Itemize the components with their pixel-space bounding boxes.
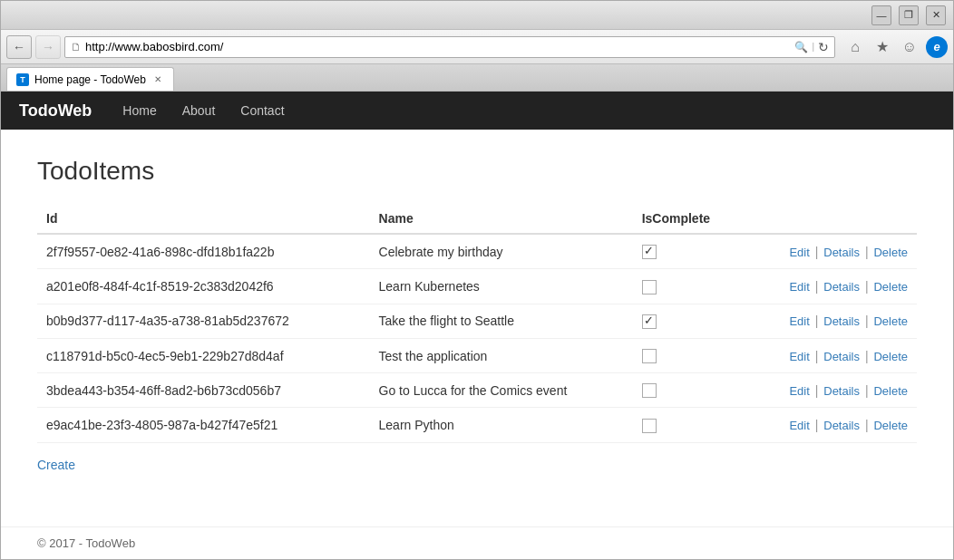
create-link[interactable]: Create bbox=[37, 458, 75, 472]
refresh-icon[interactable]: ↻ bbox=[818, 40, 829, 54]
app-content: TodoWeb Home About Contact TodoItems Id … bbox=[1, 92, 953, 559]
delete-link[interactable]: Delete bbox=[873, 350, 908, 363]
details-link[interactable]: Details bbox=[823, 280, 860, 294]
col-name: Name bbox=[370, 204, 633, 234]
table-row: c118791d-b5c0-4ec5-9eb1-229b27d8d4afTest… bbox=[37, 338, 917, 372]
table-row: 2f7f9557-0e82-41a6-898c-dfd18b1fa22bCele… bbox=[37, 234, 917, 269]
cell-iscomplete bbox=[633, 269, 744, 304]
cell-name: Learn Python bbox=[370, 408, 633, 442]
separator: | bbox=[862, 418, 871, 432]
table-row: a201e0f8-484f-4c1f-8519-2c383d2042f6Lear… bbox=[37, 269, 917, 304]
cell-iscomplete bbox=[633, 408, 744, 442]
details-link[interactable]: Details bbox=[823, 314, 860, 328]
tab-title: Home page - TodoWeb bbox=[34, 73, 146, 86]
cell-id: a201e0f8-484f-4c1f-8519-2c383d2042f6 bbox=[37, 269, 370, 304]
col-id: Id bbox=[37, 204, 370, 234]
table-row: b0b9d377-d117-4a35-a738-81ab5d237672Take… bbox=[37, 304, 917, 338]
cell-actions: Edit | Details | Delete bbox=[743, 373, 917, 408]
checkbox bbox=[642, 419, 657, 433]
search-icon[interactable]: 🔍 bbox=[794, 41, 808, 53]
main-content: TodoItems Id Name IsComplete 2f7f9557-0e… bbox=[1, 130, 953, 526]
checkbox bbox=[642, 314, 657, 329]
separator: | bbox=[812, 279, 822, 294]
close-button[interactable]: ✕ bbox=[926, 5, 946, 25]
details-link[interactable]: Details bbox=[823, 246, 860, 259]
minimize-button[interactable]: — bbox=[871, 5, 891, 25]
cell-iscomplete bbox=[633, 338, 744, 372]
separator: | bbox=[862, 279, 871, 294]
details-link[interactable]: Details bbox=[823, 384, 860, 398]
active-tab[interactable]: T Home page - TodoWeb ✕ bbox=[6, 67, 174, 91]
ie-logo: e bbox=[926, 36, 948, 58]
separator: | bbox=[812, 383, 822, 398]
delete-link[interactable]: Delete bbox=[873, 246, 908, 259]
delete-link[interactable]: Delete bbox=[873, 419, 908, 432]
cell-name: Go to Lucca for the Comics event bbox=[370, 373, 633, 408]
details-link[interactable]: Details bbox=[823, 419, 860, 432]
table-row: e9ac41be-23f3-4805-987a-b427f47e5f21Lear… bbox=[37, 408, 917, 442]
page-icon: 🗋 bbox=[71, 41, 82, 53]
restore-button[interactable]: ❐ bbox=[899, 5, 919, 25]
browser-window: — ❐ ✕ ← → 🗋 🔍 | ↻ ⌂ ★ ☺ e T Home page - … bbox=[0, 0, 954, 560]
tab-favicon: T bbox=[16, 73, 29, 86]
tab-bar: T Home page - TodoWeb ✕ bbox=[1, 64, 953, 92]
cell-id: b0b9d377-d117-4a35-a738-81ab5d237672 bbox=[37, 304, 370, 338]
cell-id: c118791d-b5c0-4ec5-9eb1-229b27d8d4af bbox=[37, 338, 370, 372]
app-navbar: TodoWeb Home About Contact bbox=[1, 92, 953, 130]
home-icon[interactable]: ⌂ bbox=[844, 36, 866, 58]
app-brand[interactable]: TodoWeb bbox=[19, 101, 92, 121]
edit-link[interactable]: Edit bbox=[789, 314, 809, 328]
cell-iscomplete bbox=[633, 304, 744, 338]
edit-link[interactable]: Edit bbox=[789, 384, 809, 398]
col-actions bbox=[743, 204, 917, 234]
todo-table: Id Name IsComplete 2f7f9557-0e82-41a6-89… bbox=[37, 204, 917, 443]
cell-actions: Edit | Details | Delete bbox=[743, 269, 917, 304]
cell-name: Learn Kubernetes bbox=[370, 269, 633, 304]
cell-id: 3bdea443-b354-46ff-8ad2-b6b73cd056b7 bbox=[37, 373, 370, 408]
footer-text: © 2017 - TodoWeb bbox=[37, 536, 135, 550]
url-input[interactable] bbox=[85, 40, 791, 53]
edit-link[interactable]: Edit bbox=[789, 419, 809, 432]
delete-link[interactable]: Delete bbox=[873, 280, 908, 294]
separator: | bbox=[862, 383, 871, 398]
separator: | bbox=[812, 245, 822, 259]
col-iscomplete: IsComplete bbox=[633, 204, 744, 234]
nav-link-home[interactable]: Home bbox=[110, 92, 169, 129]
separator: | bbox=[862, 245, 871, 259]
separator: | bbox=[812, 42, 814, 52]
separator: | bbox=[812, 418, 822, 432]
cell-name: Celebrate my birthday bbox=[370, 234, 633, 269]
details-link[interactable]: Details bbox=[823, 350, 860, 363]
title-bar: — ❐ ✕ bbox=[1, 1, 953, 30]
separator: | bbox=[812, 349, 822, 363]
address-bar: 🗋 🔍 | ↻ bbox=[64, 36, 835, 58]
table-header: Id Name IsComplete bbox=[37, 204, 917, 234]
settings-icon[interactable]: ☺ bbox=[899, 36, 920, 58]
cell-iscomplete bbox=[633, 234, 744, 269]
cell-iscomplete bbox=[633, 373, 744, 408]
nav-link-contact[interactable]: Contact bbox=[228, 92, 297, 129]
edit-link[interactable]: Edit bbox=[789, 280, 809, 294]
footer: © 2017 - TodoWeb bbox=[1, 526, 953, 559]
nav-link-about[interactable]: About bbox=[170, 92, 229, 129]
separator: | bbox=[812, 314, 822, 328]
toolbar-right: ⌂ ★ ☺ e bbox=[844, 36, 948, 58]
back-button[interactable]: ← bbox=[6, 35, 32, 59]
edit-link[interactable]: Edit bbox=[789, 350, 809, 363]
delete-link[interactable]: Delete bbox=[873, 314, 908, 328]
cell-id: 2f7f9557-0e82-41a6-898c-dfd18b1fa22b bbox=[37, 234, 370, 269]
tab-close-button[interactable]: ✕ bbox=[151, 73, 164, 86]
checkbox bbox=[642, 280, 657, 294]
cell-id: e9ac41be-23f3-4805-987a-b427f47e5f21 bbox=[37, 408, 370, 442]
browser-nav-bar: ← → 🗋 🔍 | ↻ ⌂ ★ ☺ e bbox=[1, 30, 953, 64]
cell-actions: Edit | Details | Delete bbox=[743, 304, 917, 338]
cell-actions: Edit | Details | Delete bbox=[743, 338, 917, 372]
checkbox bbox=[642, 383, 657, 398]
delete-link[interactable]: Delete bbox=[873, 384, 908, 398]
forward-button[interactable]: → bbox=[35, 35, 61, 59]
checkbox bbox=[642, 245, 657, 259]
favorites-icon[interactable]: ★ bbox=[871, 36, 893, 58]
separator: | bbox=[862, 349, 871, 363]
table-row: 3bdea443-b354-46ff-8ad2-b6b73cd056b7Go t… bbox=[37, 373, 917, 408]
edit-link[interactable]: Edit bbox=[789, 246, 809, 259]
